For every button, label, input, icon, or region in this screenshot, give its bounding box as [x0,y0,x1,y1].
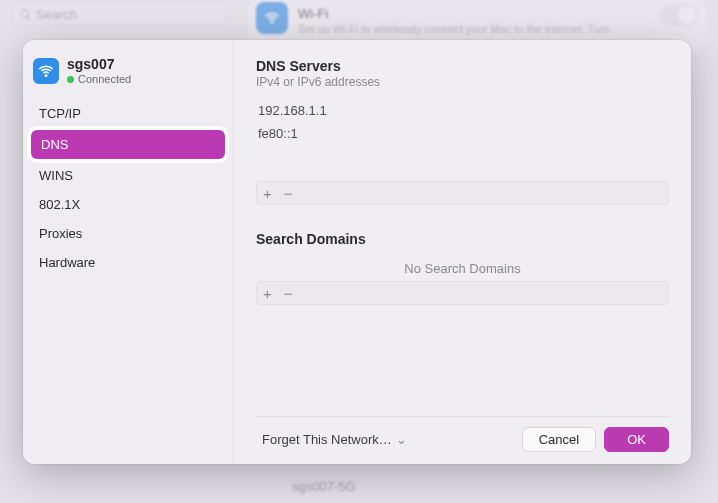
network-settings-modal: sgs007 Connected TCP/IPDNSWINS802.1XProx… [23,40,691,464]
search-domains-empty: No Search Domains [404,261,520,276]
network-status: Connected [67,73,131,85]
settings-tabs: TCP/IPDNSWINS802.1XProxiesHardware [29,99,227,277]
tab-proxies[interactable]: Proxies [29,219,227,248]
modal-sidebar: sgs007 Connected TCP/IPDNSWINS802.1XProx… [23,40,234,464]
chevron-down-icon: ⌄ [396,432,407,447]
add-dns-button[interactable]: + [263,186,272,201]
tab-wins[interactable]: WINS [29,161,227,190]
dns-servers-title: DNS Servers [256,58,669,74]
dns-list-controls: + − [256,181,669,205]
network-status-label: Connected [78,73,131,85]
forget-network-button[interactable]: Forget This Network… ⌄ [256,428,413,451]
tab-label: Hardware [39,255,95,270]
tab-dns[interactable]: DNS [31,130,225,159]
tab-label: WINS [39,168,73,183]
tab-label: Proxies [39,226,82,241]
search-domains-list[interactable]: No Search Domains [256,255,669,281]
tab-tcpip[interactable]: TCP/IP [29,99,227,128]
remove-dns-button[interactable]: − [284,186,293,201]
ok-button[interactable]: OK [604,427,669,452]
cancel-button[interactable]: Cancel [522,427,596,452]
add-search-domain-button[interactable]: + [263,286,272,301]
status-dot-icon [67,76,74,83]
modal-footer: Forget This Network… ⌄ Cancel OK [256,416,669,452]
dns-servers-list[interactable]: 192.168.1.1fe80::1 [256,99,669,181]
dns-server-row[interactable]: 192.168.1.1 [256,99,669,122]
background-network-ssid: sgs007-5G [292,479,356,494]
tab-label: DNS [41,137,68,152]
search-domains-controls: + − [256,281,669,305]
tab-hardware[interactable]: Hardware [29,248,227,277]
dns-servers-subtitle: IPv4 or IPv6 addresses [256,75,669,89]
tab-label: 802.1X [39,197,80,212]
forget-network-label: Forget This Network… [262,432,392,447]
search-domains-title: Search Domains [256,231,669,247]
tab-label: TCP/IP [39,106,81,121]
dns-server-row[interactable]: fe80::1 [256,122,669,145]
network-ssid: sgs007 [67,56,131,72]
wifi-icon [33,58,59,84]
network-header: sgs007 Connected [29,52,227,95]
dns-pane: DNS Servers IPv4 or IPv6 addresses 192.1… [234,40,691,464]
remove-search-domain-button[interactable]: − [284,286,293,301]
background-network-row: sgs007-5G [12,473,706,499]
tab-8021x[interactable]: 802.1X [29,190,227,219]
